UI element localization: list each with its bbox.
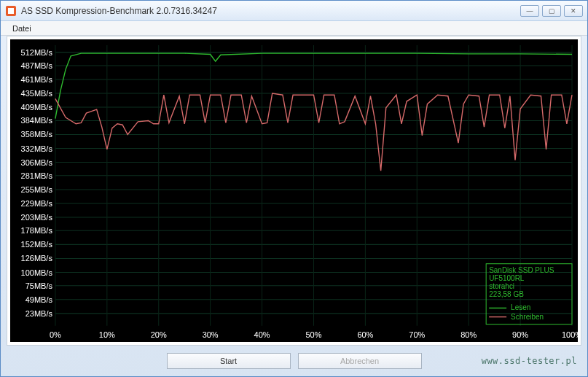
svg-text:384MB/s: 384MB/s xyxy=(21,116,53,125)
app-icon xyxy=(5,5,17,17)
chart-svg: 23MB/s49MB/s75MB/s100MB/s126MB/s152MB/s1… xyxy=(10,39,578,342)
svg-text:60%: 60% xyxy=(357,330,373,339)
svg-text:281MB/s: 281MB/s xyxy=(21,171,53,180)
svg-text:100%: 100% xyxy=(562,330,578,339)
minimize-button[interactable]: — xyxy=(520,5,539,17)
menubar: Datei xyxy=(1,21,587,36)
svg-text:UF5100RL: UF5100RL xyxy=(489,274,525,282)
svg-text:152MB/s: 152MB/s xyxy=(21,240,53,249)
window-buttons: — ▢ ✕ xyxy=(520,5,583,17)
svg-text:Schreiben: Schreiben xyxy=(511,313,544,321)
svg-text:49MB/s: 49MB/s xyxy=(26,295,53,304)
svg-text:255MB/s: 255MB/s xyxy=(21,185,53,194)
svg-text:20%: 20% xyxy=(151,330,167,339)
svg-rect-1 xyxy=(8,8,14,14)
chart-panel: 23MB/s49MB/s75MB/s100MB/s126MB/s152MB/s1… xyxy=(7,36,581,346)
window-title: AS SSD Kompression-Benchmark 2.0.7316.34… xyxy=(21,6,520,16)
svg-text:332MB/s: 332MB/s xyxy=(21,144,53,152)
chart-area: 23MB/s49MB/s75MB/s100MB/s126MB/s152MB/s1… xyxy=(10,39,578,342)
svg-text:0%: 0% xyxy=(50,330,61,339)
svg-text:306MB/s: 306MB/s xyxy=(21,158,53,167)
svg-text:80%: 80% xyxy=(460,330,477,339)
svg-text:100MB/s: 100MB/s xyxy=(21,268,53,276)
svg-text:461MB/s: 461MB/s xyxy=(21,75,53,84)
svg-text:203MB/s: 203MB/s xyxy=(21,213,53,222)
svg-text:23MB/s: 23MB/s xyxy=(26,309,53,318)
svg-text:40%: 40% xyxy=(254,330,270,339)
svg-text:10%: 10% xyxy=(99,330,115,339)
abort-button: Abbrechen xyxy=(298,353,422,369)
svg-text:223,58 GB: 223,58 GB xyxy=(489,290,524,298)
svg-text:487MB/s: 487MB/s xyxy=(21,61,53,70)
svg-text:90%: 90% xyxy=(512,330,528,339)
svg-text:SanDisk SSD PLUS: SanDisk SSD PLUS xyxy=(489,266,554,274)
svg-text:409MB/s: 409MB/s xyxy=(21,103,53,112)
titlebar: AS SSD Kompression-Benchmark 2.0.7316.34… xyxy=(1,1,587,21)
svg-text:435MB/s: 435MB/s xyxy=(21,89,53,98)
start-button[interactable]: Start xyxy=(167,353,291,369)
svg-text:126MB/s: 126MB/s xyxy=(21,254,53,263)
svg-text:storahci: storahci xyxy=(489,282,514,290)
menu-file[interactable]: Datei xyxy=(7,23,37,34)
close-button[interactable]: ✕ xyxy=(564,5,583,17)
svg-text:229MB/s: 229MB/s xyxy=(21,199,53,208)
svg-text:512MB/s: 512MB/s xyxy=(21,48,53,57)
svg-text:178MB/s: 178MB/s xyxy=(21,226,53,235)
footer-buttons: Start Abbrechen xyxy=(7,350,581,372)
app-window: AS SSD Kompression-Benchmark 2.0.7316.34… xyxy=(0,0,588,377)
svg-text:Lesen: Lesen xyxy=(511,303,530,311)
svg-text:75MB/s: 75MB/s xyxy=(26,281,53,290)
svg-text:70%: 70% xyxy=(409,330,425,339)
svg-text:50%: 50% xyxy=(305,330,321,339)
svg-text:358MB/s: 358MB/s xyxy=(21,130,53,139)
svg-text:30%: 30% xyxy=(203,330,219,339)
maximize-button[interactable]: ▢ xyxy=(542,5,561,17)
